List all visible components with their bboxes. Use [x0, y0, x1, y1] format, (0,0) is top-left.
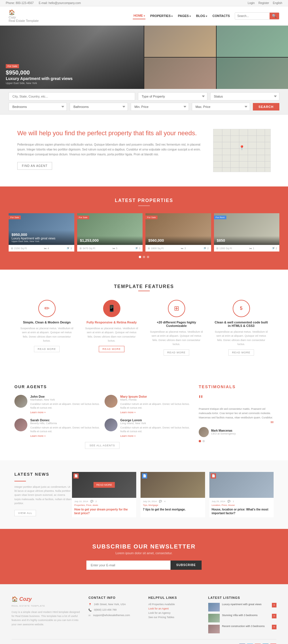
logo-tagline: Real Estate Template — [9, 19, 39, 22]
footer-phone: 📞 0(800) 123 456 789 — [88, 608, 140, 611]
property-baths: 🚿3 — [135, 247, 140, 250]
register-link[interactable]: Register — [258, 1, 269, 5]
bedrooms-select[interactable]: Bedrooms — [9, 103, 67, 111]
agent-link-4[interactable]: Learn more » — [120, 435, 136, 437]
news-card-2[interactable]: 📄 July 24, 2014 💬 4 Tips, Mortgage 7 tip… — [141, 472, 205, 517]
property-footer: ⊞3470 Sq Ft 🛏5 🚿3 — [77, 245, 143, 251]
top-bar-contact: Phone: 800-123-4567 E-mail: hello@yourco… — [6, 1, 85, 5]
footer-listing-info-3: Recent construction with 3 bedrooms — [222, 625, 270, 628]
news-card-image-2: 📄 — [141, 472, 205, 498]
news-card-3[interactable]: 📄 July 29, 2014 💬 1 Location, Price, Hou… — [209, 472, 274, 517]
logo[interactable]: 🏠 Cozy Real Estate Template — [9, 9, 39, 22]
footer-link-1[interactable]: All Properties Available — [148, 603, 200, 606]
footer-listing-title-1: Luxury Apartment with great views — [222, 603, 270, 606]
agents-testimonials-section: OUR AGENTS John Doe Manhattan, New York … — [0, 373, 288, 460]
feature-read-more-1[interactable]: READ MORE — [34, 346, 60, 352]
property-sqft: ⊞2150 Sq Ft — [11, 247, 27, 250]
agent-name-3: Sarah Donec — [30, 418, 100, 422]
agent-avatar-4 — [105, 418, 118, 431]
nav-search-input[interactable] — [235, 13, 270, 19]
news-doc-icon-2: 📄 — [142, 473, 147, 479]
carousel-dot-2[interactable] — [143, 256, 145, 258]
language-selector[interactable]: English — [273, 1, 282, 5]
nav-search-button[interactable]: 🔍 — [270, 13, 279, 19]
footer-listing-title-2: Stunning Villa with 3 bedrooms — [222, 614, 270, 617]
nav-properties[interactable]: PROPERTIES — [150, 13, 173, 19]
footer-link-3[interactable]: Look for an Agency — [148, 611, 200, 614]
nav-pages[interactable]: PAGES — [177, 13, 191, 19]
nav-contacts[interactable]: CONTACTS — [212, 13, 230, 19]
property-type-select[interactable]: Type of Property — [138, 92, 207, 100]
footer-links-title: Helpful Links — [148, 596, 200, 599]
agent-avatar-1 — [14, 395, 27, 408]
search-button[interactable]: SEARCH — [253, 103, 279, 110]
footer-link-2[interactable]: Look for an Agent — [148, 607, 200, 610]
agents-title: OUR AGENTS — [14, 384, 190, 389]
property-image: For Sale $950,000 Luxury Apartment with … — [9, 213, 74, 245]
listing-image — [208, 614, 220, 622]
carousel-dots — [9, 256, 279, 258]
property-price-overlay: $560,000 — [145, 236, 211, 245]
min-price-select[interactable]: Min. Price — [131, 103, 189, 111]
feature-read-more-4[interactable]: READ MORE — [228, 349, 254, 356]
footer-listing-img-2 — [208, 614, 220, 622]
news-date-2: July 24, 2014 — [143, 500, 157, 503]
property-card[interactable]: For Sale $560,000 ⊞1800 Sq Ft 🛏3 🚿2 — [145, 213, 211, 251]
footer-listing-btn-1[interactable]: + — [272, 603, 276, 607]
agent-link-1[interactable]: Learn more » — [30, 411, 46, 414]
nav-home[interactable]: HOME — [133, 12, 145, 19]
view-all-news-button[interactable]: VIEW ALL — [14, 510, 36, 516]
agent-card-2: Mary Ipsum Dolor Miami, Florida Curabitu… — [105, 395, 190, 414]
footer-listing-btn-3[interactable]: + — [272, 625, 276, 629]
feature-read-more-3[interactable]: READ MORE — [164, 349, 190, 356]
latest-properties-title: LATEST PROPERTIES — [9, 198, 279, 206]
newsletter-email-input[interactable] — [86, 561, 170, 570]
map-grid: 📍 — [213, 129, 270, 172]
footer-listing-title-3: Recent construction with 3 bedrooms — [222, 625, 270, 628]
status-select[interactable]: Status — [210, 92, 280, 100]
property-card[interactable]: For Sale $1,253,000 ⊞3470 Sq Ft 🛏5 🚿3 — [77, 213, 143, 251]
property-beds: 🛏3 — [181, 247, 186, 250]
footer-listings-title: Latest Listings — [208, 596, 276, 599]
login-link[interactable]: Login — [248, 1, 255, 5]
bathrooms-select[interactable]: Bathrooms — [70, 103, 128, 111]
location-input[interactable] — [9, 92, 135, 100]
find-agent-button[interactable]: FIND AN AGENT — [17, 162, 52, 170]
hero-main-image: For Sale $950,000 Luxury Apartment with … — [0, 26, 144, 89]
property-card[interactable]: For Sale $950,000 Luxury Apartment with … — [9, 213, 74, 251]
testimonial-author-role: CEO at SomeAgency — [211, 432, 236, 435]
news-cats-1: Properties, Price, deals — [74, 504, 134, 506]
property-card[interactable]: For Rent $850 ⊞1300 Sq Ft 🛏1 🚿2 — [214, 213, 280, 251]
testimonial-author-info: Mark Maecenas CEO at SomeAgency — [211, 429, 236, 435]
carousel-dot-3[interactable] — [147, 256, 149, 258]
agent-link-2[interactable]: Learn more » — [120, 411, 136, 414]
agent-avatar-3 — [14, 418, 27, 431]
property-sqft: ⊞1300 Sq Ft — [216, 247, 232, 250]
nav-blog[interactable]: BLOG — [196, 13, 208, 19]
property-price-overlay: $850 — [214, 236, 280, 245]
news-description: Integer porttitor aliquet justo ac condi… — [14, 485, 72, 506]
news-section: LATEST NEWS Integer porttitor aliquet ju… — [0, 460, 288, 529]
newsletter-subscribe-button[interactable]: SUBSCRIBE — [170, 561, 202, 570]
footer-listings: Luxury Apartment with great views + Stun… — [208, 603, 276, 633]
feature-read-more-2[interactable]: READ MORE — [99, 346, 125, 352]
see-all-agents-button[interactable]: SEE ALL AGENTS — [85, 442, 120, 449]
footer-listing-btn-2[interactable]: + — [272, 614, 276, 618]
feature-title-2: Fully Responsive & Retina Ready — [85, 321, 138, 324]
listing-image — [208, 603, 220, 611]
feature-title-1: Simple, Clean & Modern Design — [20, 321, 73, 324]
carousel-dot-1[interactable] — [139, 256, 141, 258]
feature-icon-2: 📱 — [103, 300, 120, 317]
max-price-select[interactable]: Max. Price — [192, 103, 250, 111]
news-card-1[interactable]: 📄 READ MORE July 10, 2014 💬 2 Properties… — [72, 472, 136, 517]
news-read-more-1[interactable]: READ MORE — [93, 482, 115, 488]
find-agent-body: Pellentesque ultrices sapien pharetra ni… — [17, 142, 202, 157]
agent-link-3[interactable]: Learn more » — [30, 435, 46, 437]
hero-price: $950,000 — [6, 69, 138, 76]
news-cats-2: Tips, Mortgage — [143, 504, 202, 506]
property-price-overlay: $1,253,000 — [77, 236, 143, 245]
find-agent-map: 📍 — [213, 129, 271, 172]
footer-link-4[interactable]: See our Pricing Tables — [148, 616, 200, 619]
testimonial-dot-2[interactable] — [202, 440, 205, 442]
testimonial-dot-1[interactable] — [199, 440, 201, 442]
